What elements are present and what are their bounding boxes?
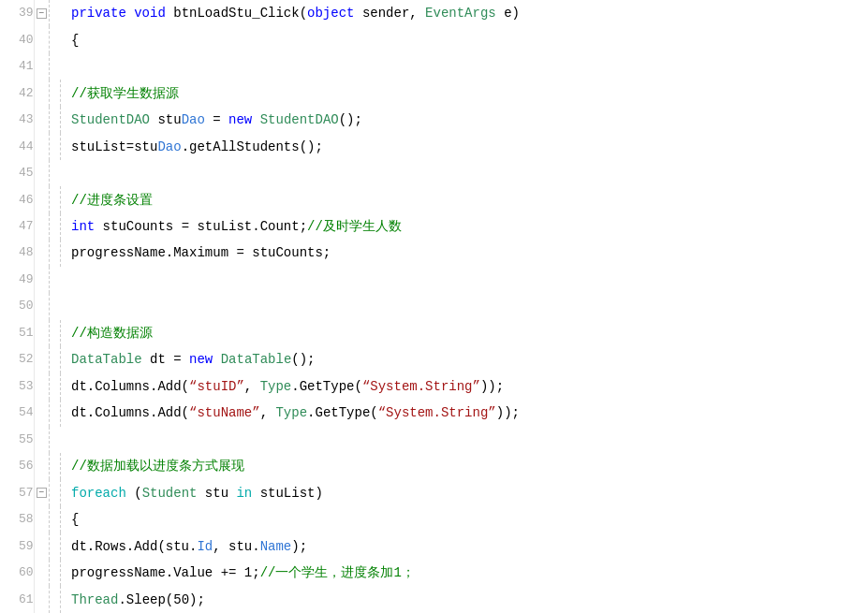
fold-gutter <box>34 133 49 159</box>
fold-gutter <box>34 26 49 52</box>
code-token: stuList) <box>252 486 323 501</box>
indent-guide-2 <box>60 53 71 80</box>
code-token: )); <box>496 405 520 420</box>
code-token: ); <box>291 539 307 554</box>
line-number: 51 <box>0 320 34 346</box>
code-line: dt.Columns.Add(“stuName”, Type.GetType(“… <box>71 400 868 426</box>
indent-guide-1 <box>49 400 60 426</box>
code-line: int stuCounts = stuList.Count;//及时学生人数 <box>71 213 868 240</box>
fold-collapse-button[interactable]: − <box>37 488 47 498</box>
indent-guide-2 <box>60 400 71 426</box>
code-token: Type <box>275 405 307 420</box>
table-row: 57− foreach (Student stu in stuList) <box>0 479 868 505</box>
indent-guide-1 <box>49 373 60 400</box>
indent-guide-1 <box>49 107 60 133</box>
code-token: = <box>205 112 228 127</box>
code-editor: 39− private void btnLoadStu_Click(object… <box>0 0 868 613</box>
fold-gutter <box>34 293 49 319</box>
code-token: sender, <box>354 6 425 21</box>
fold-gutter <box>34 533 49 559</box>
code-line: private void btnLoadStu_Click(object sen… <box>71 0 868 26</box>
line-number: 40 <box>0 26 34 52</box>
code-token <box>126 6 134 21</box>
line-number: 49 <box>0 267 34 293</box>
fold-gutter <box>34 107 49 133</box>
code-token: .Sleep(50); <box>118 592 204 607</box>
indent-guide-2 <box>60 186 71 212</box>
table-row: 59 dt.Rows.Add(stu.Id, stu.Name); <box>0 533 868 559</box>
code-token: int <box>71 219 95 234</box>
code-token: in <box>236 486 252 501</box>
table-row: 39− private void btnLoadStu_Click(object… <box>0 0 868 26</box>
code-token: Type <box>260 379 292 394</box>
indent-guide-1 <box>49 186 60 212</box>
fold-gutter <box>34 400 49 426</box>
indent-guide-1 <box>49 293 60 319</box>
code-token: private <box>71 6 126 21</box>
line-number: 46 <box>0 186 34 212</box>
code-token: stu <box>197 486 236 501</box>
fold-gutter <box>34 346 49 372</box>
code-line: progressName.Maximum = stuCounts; <box>71 240 868 266</box>
indent-guide-1 <box>49 479 60 505</box>
code-token: //及时学生人数 <box>307 219 402 234</box>
fold-gutter <box>34 453 49 479</box>
code-token: stu <box>150 112 182 127</box>
indent-guide-1 <box>49 0 60 26</box>
indent-guide-2 <box>60 427 71 453</box>
code-token: EventArgs <box>425 6 496 21</box>
line-number: 57 <box>0 479 34 505</box>
indent-guide-2 <box>60 80 71 106</box>
indent-guide-2 <box>60 479 71 505</box>
indent-guide-1 <box>49 267 60 293</box>
line-number: 53 <box>0 373 34 400</box>
fold-collapse-button[interactable]: − <box>37 8 47 19</box>
code-token: e) <box>496 6 520 21</box>
code-token: foreach <box>71 486 126 501</box>
table-row: 46 //进度条设置 <box>0 186 868 212</box>
line-number: 43 <box>0 107 34 133</box>
line-number: 44 <box>0 133 34 159</box>
code-token: new <box>189 352 213 367</box>
code-token: //一个学生，进度条加1； <box>260 565 415 580</box>
indent-guide-1 <box>49 533 60 559</box>
fold-gutter <box>34 320 49 346</box>
code-token: “System.String” <box>378 405 496 420</box>
fold-gutter <box>34 160 49 186</box>
line-number: 61 <box>0 586 34 613</box>
line-number: 55 <box>0 427 34 453</box>
code-token: Dao <box>182 112 205 127</box>
line-number: 60 <box>0 560 34 586</box>
code-line: progressName.Value += 1;//一个学生，进度条加1； <box>71 560 868 586</box>
indent-guide-2 <box>60 26 71 52</box>
code-token: void <box>134 6 166 21</box>
code-token: { <box>71 512 79 527</box>
fold-gutter <box>34 560 49 586</box>
line-number: 45 <box>0 160 34 186</box>
fold-gutter <box>34 267 49 293</box>
indent-guide-1 <box>49 320 60 346</box>
table-row: 44 stuList=stuDao.getAllStudents(); <box>0 133 868 159</box>
indent-guide-1 <box>49 586 60 613</box>
code-token: progressName.Maximum = stuCounts; <box>71 245 331 260</box>
code-token: .GetType( <box>291 379 362 394</box>
code-token: Dao <box>157 139 181 154</box>
indent-guide-2 <box>60 0 71 26</box>
table-row: 48 progressName.Maximum = stuCounts; <box>0 240 868 266</box>
code-token: .getAllStudents(); <box>182 139 323 154</box>
line-number: 39 <box>0 0 34 26</box>
line-number: 58 <box>0 506 34 533</box>
indent-guide-2 <box>60 506 71 533</box>
code-token: Student <box>142 486 198 501</box>
code-token: dt.Columns.Add( <box>71 379 189 394</box>
line-number: 50 <box>0 293 34 319</box>
code-line: //构造数据源 <box>71 320 868 346</box>
fold-gutter <box>34 213 49 240</box>
code-token: dt.Columns.Add( <box>71 405 189 420</box>
code-token <box>213 352 220 367</box>
line-number: 41 <box>0 53 34 80</box>
fold-gutter <box>34 373 49 400</box>
table-row: 47 int stuCounts = stuList.Count;//及时学生人… <box>0 213 868 240</box>
code-token: new <box>228 112 252 127</box>
code-token: StudentDAO <box>71 112 150 127</box>
